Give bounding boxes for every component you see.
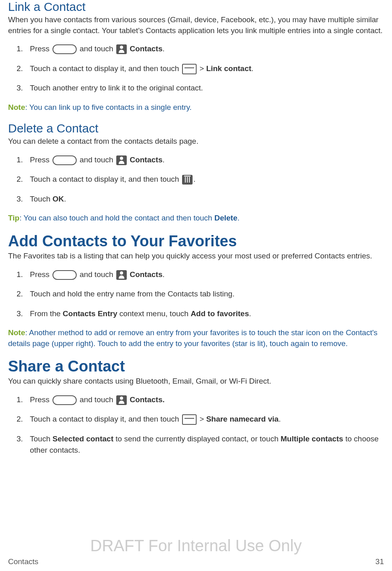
step-text: From the [30, 309, 63, 318]
favorites-heading: Add Contacts to Your Favorites [8, 233, 384, 250]
list-item: Touch a contact to display it, and then … [25, 63, 384, 75]
tip-text: . [237, 214, 239, 222]
step-bold: Selected contact [52, 435, 113, 443]
step-text: . [162, 155, 164, 164]
step-text: and touch [78, 270, 115, 279]
menu-icon [182, 414, 197, 425]
tip-label: Tip [8, 214, 19, 222]
contacts-icon [116, 395, 127, 405]
contacts-icon [116, 44, 127, 54]
link-contact-intro: When you have contacts from various sour… [8, 15, 384, 36]
home-button-icon [52, 155, 77, 165]
step-text: Touch [30, 195, 52, 203]
step-text: Touch a contact to display it, and then … [30, 175, 181, 183]
step-text: Touch a contact to display it, and then … [30, 415, 181, 423]
step-text: and touch [78, 395, 115, 404]
list-item: Press and touch Contacts. [25, 269, 384, 281]
step-text: to send the currently displayed contact,… [113, 435, 281, 443]
step-bold: Contacts. [128, 395, 165, 404]
step-bold: Share namecard via [206, 415, 279, 423]
delete-contact-heading: Delete a Contact [8, 122, 384, 135]
step-text: > [197, 64, 206, 73]
step-text: . [279, 415, 281, 423]
step-text: and touch [78, 44, 115, 53]
step-text: Touch a contact to display it, and then … [30, 64, 181, 73]
step-bold: Contacts [128, 155, 163, 164]
favorites-steps: Press and touch Contacts. Touch and hold… [8, 269, 384, 320]
step-bold: Add to favorites [191, 309, 249, 318]
contacts-icon [116, 270, 127, 280]
list-item: From the Contacts Entry context menu, to… [25, 308, 384, 320]
list-item: Touch another entry to link it to the or… [25, 82, 384, 94]
step-text: Press [30, 395, 52, 404]
share-contact-heading: Share a Contact [8, 358, 384, 375]
step-bold: Contacts [128, 270, 163, 279]
step-text: context menu, touch [117, 309, 191, 318]
list-item: Touch Selected contact to send the curre… [25, 433, 384, 456]
favorites-intro: The Favorites tab is a listing that can … [8, 251, 384, 262]
tip-bold: Delete [214, 214, 237, 222]
step-text: . [193, 175, 195, 183]
step-text: . [252, 64, 254, 73]
contacts-icon [116, 155, 127, 165]
list-item: Touch a contact to display it, and then … [25, 174, 384, 185]
share-contact-steps: Press and touch Contacts. Touch a contac… [8, 394, 384, 456]
step-text: Press [30, 44, 52, 53]
step-bold: Link contact [206, 64, 252, 73]
step-text: Press [30, 155, 52, 164]
delete-contact-tip: Tip: You can also touch and hold the con… [8, 213, 384, 224]
list-item: Touch OK. [25, 193, 384, 205]
home-button-icon [52, 395, 77, 405]
home-button-icon [52, 270, 77, 280]
note-text: : Another method to add or remove an ent… [8, 328, 377, 348]
list-item: Touch a contact to display it, and then … [25, 414, 384, 425]
list-item: Press and touch Contacts. [25, 394, 384, 406]
footer-section: Contacts [8, 557, 38, 566]
home-button-icon [52, 44, 77, 54]
step-text: Touch [30, 435, 52, 443]
step-text: . [162, 44, 164, 53]
note-label: Note [8, 328, 25, 337]
menu-icon [182, 64, 197, 74]
link-contact-heading: Link a Contact [8, 0, 384, 14]
note-label: Note [8, 103, 25, 111]
link-contact-steps: Press and touch Contacts. Touch a contac… [8, 43, 384, 94]
delete-contact-intro: You can delete a contact from the contac… [8, 136, 384, 147]
step-text: . [162, 270, 164, 279]
share-contact-intro: You can quickly share contacts using Blu… [8, 376, 384, 387]
tip-text: : You can also touch and hold the contac… [19, 214, 214, 222]
link-contact-note: Note: You can link up to five contacts i… [8, 102, 384, 113]
list-item: Touch and hold the entry name from the C… [25, 288, 384, 300]
step-bold: Multiple contacts [281, 435, 343, 443]
step-bold: Contacts [128, 44, 163, 53]
page-footer: Contacts 31 [8, 557, 384, 566]
step-text: and touch [78, 155, 115, 164]
step-text: . [64, 195, 66, 203]
list-item: Press and touch Contacts. [25, 43, 384, 55]
step-text: . [249, 309, 251, 318]
trash-icon [182, 175, 193, 185]
favorites-note: Note: Another method to add or remove an… [8, 327, 384, 349]
step-text: > [197, 415, 206, 423]
footer-page-number: 31 [375, 557, 384, 566]
list-item: Press and touch Contacts. [25, 154, 384, 166]
step-bold: OK [52, 195, 64, 203]
step-text: Press [30, 270, 52, 279]
delete-contact-steps: Press and touch Contacts. Touch a contac… [8, 154, 384, 205]
note-text: : You can link up to five contacts in a … [25, 103, 192, 111]
draft-watermark: DRAFT For Internal Use Only [0, 537, 392, 555]
step-bold: Contacts Entry [63, 309, 117, 318]
